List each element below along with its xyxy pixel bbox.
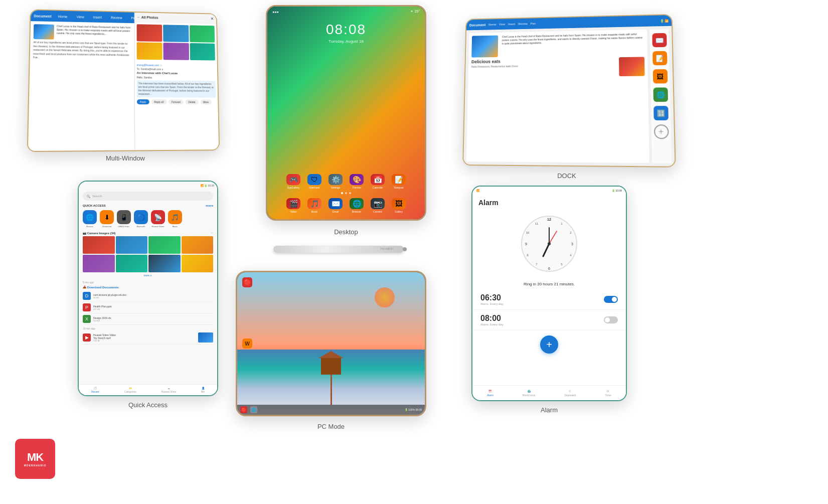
qa-file-huawei-video: ▶ Huawei Video Video Toy Story3.mp4 2.43… xyxy=(83,331,213,345)
qa-tab-me[interactable]: 👤Me xyxy=(201,387,205,393)
desktop-app-calendar[interactable]: 📅 Calendar xyxy=(370,174,385,189)
themes-icon: 🎨 xyxy=(350,174,364,185)
calendar-label: Calendar xyxy=(373,186,383,189)
email-compose: zhong@huawei.com ☆ To: Sandra@mail.com ∨… xyxy=(135,62,219,150)
alarm-bottombar: ⏰ Alarm 🌍 World clock ⏱ Stopwatch ⏲ Time… xyxy=(472,385,626,400)
desktop-app-gallery[interactable]: 🖼 Gallery xyxy=(391,198,406,213)
alarm-add-button[interactable]: + xyxy=(540,335,558,354)
desktop-app-themes[interactable]: 🎨 Themes xyxy=(349,174,364,189)
photo-item xyxy=(190,25,215,42)
reply-button[interactable]: Reply xyxy=(137,99,149,104)
alarm-tab-worldclock[interactable]: 🌍 World clock xyxy=(523,390,536,397)
desktop-signal: ●●● xyxy=(272,10,279,14)
hikiii-icon: 📱 xyxy=(117,210,131,224)
qa-icon-huaweishare[interactable]: 📡 Huawei Share xyxy=(151,210,165,228)
qa-icon-hikiiii[interactable]: 📱 HiKIIII Video xyxy=(117,210,131,228)
desktop-app-browser[interactable]: 🌐 Browser xyxy=(349,198,364,213)
dock-notepad-icon[interactable]: 📝 xyxy=(652,51,667,65)
close-button[interactable]: ✕ xyxy=(211,17,214,21)
pc-sidebar-app[interactable]: W xyxy=(242,339,252,349)
bluetooth-label: Bluetooth xyxy=(137,225,145,228)
music-qa-label: Music xyxy=(173,225,178,228)
qa-file-icon-1: D xyxy=(83,292,91,300)
dot-1 xyxy=(341,192,343,194)
alarm-630-desc: Alarm, Every day xyxy=(480,302,504,305)
download-label: Download xyxy=(102,225,111,228)
tablet-multiwindow: Document Home View Insert Review Pen Che… xyxy=(27,9,220,152)
desktop-apps-row2: 🎬 Video 🎵 Music ✉️ Email 🌐 Browser 📷 Cam… xyxy=(267,198,425,213)
dock-browser-icon[interactable]: 🌐 xyxy=(653,87,668,102)
qa-photos-section: 📷 Camera Images (34) ⋯ more ∨ xyxy=(83,231,213,277)
desktop-weather: ☀ 29° xyxy=(410,10,420,14)
email-body: The interview has been transcribed below… xyxy=(137,80,216,98)
qa-icon-bluetooth[interactable]: 🔵 Bluetooth xyxy=(134,210,148,228)
alarm-tab-stopwatch-label: Stopwatch xyxy=(564,394,576,397)
pc-floating-app[interactable]: 🔴 xyxy=(242,277,252,287)
qa-tab-huaweidrive[interactable]: ☁Huawei Drive xyxy=(161,387,177,393)
bluetooth-icon: 🔵 xyxy=(134,210,148,224)
alarm-630-toggle[interactable] xyxy=(604,296,618,303)
qa-icon-browse[interactable]: 🌐 Browse xyxy=(83,210,97,228)
alarm-800-time: 08:00 xyxy=(480,314,504,323)
qa-icon-music[interactable]: 🎵 Music xyxy=(168,210,182,228)
qa-search-bar[interactable]: 🔍 Search xyxy=(83,192,213,201)
pc-taskbar-browser[interactable]: 🌐 xyxy=(250,406,257,413)
dock-screen: Document Home View Insert Review Pen 🔋 📶… xyxy=(463,15,675,166)
pc-taskbar-huawei[interactable]: 🔴 xyxy=(240,406,247,413)
replyall-button[interactable]: Reply all xyxy=(151,99,167,104)
browse-icon: 🌐 xyxy=(83,210,97,224)
desktop-date: Tuesday, August 18 xyxy=(267,39,425,44)
dock-email-icon[interactable]: ✉️ xyxy=(652,33,667,47)
qa-files-time-2: 10 min ago xyxy=(83,327,213,330)
alarm-tab-alarm-label: Alarm xyxy=(487,394,493,397)
desktop-screen: ●●● ☀ 29° 08:08 Tuesday, August 18 🎮 App… xyxy=(267,7,425,219)
qa-file-name-video: Huawei Video Video xyxy=(93,333,116,337)
video-label: Video xyxy=(290,210,297,213)
alarm-clock-face: 12 3 6 9 1 2 4 5 7 8 10 11 xyxy=(519,214,579,274)
qa-more-button[interactable]: more xyxy=(206,204,213,207)
qa-photos-title: 📷 Camera Images (34) ⋯ xyxy=(83,231,213,235)
qa-photos-more-text[interactable]: more ∨ xyxy=(83,274,213,277)
qa-tab-categories[interactable]: 📁Categories xyxy=(124,387,136,393)
alarm-tab-timer-label: Timer xyxy=(605,394,611,397)
alarm-tab-worldclock-label: World clock xyxy=(523,394,536,397)
download-icon: ⬇ xyxy=(100,210,114,224)
alarm-tab-timer[interactable]: ⏲ Timer xyxy=(605,390,611,397)
desktop-app-camera[interactable]: 📷 Camera xyxy=(370,198,385,213)
dock-food-image-left xyxy=(471,36,498,58)
world-clock-icon: 🌍 xyxy=(528,390,531,393)
dock-calculator-icon[interactable]: 🔢 xyxy=(653,106,669,120)
desktop-app-optimizer[interactable]: 🛡 Optimizer xyxy=(307,174,322,189)
delete-button[interactable]: Delete xyxy=(186,99,199,104)
alarm-tab-stopwatch[interactable]: ⏱ Stopwatch xyxy=(564,390,576,397)
alarm-tab-alarm[interactable]: ⏰ Alarm xyxy=(487,390,493,397)
desktop-app-appgallery[interactable]: 🎮 AppGallery xyxy=(286,174,301,189)
more-button[interactable]: More xyxy=(200,100,212,105)
qa-tab-recent[interactable]: 🕐Recent xyxy=(91,387,99,393)
tablet-quickaccess: 📶 🔋 08:08 🔍 Search QUICK ACCESS more 🌐 B… xyxy=(78,181,218,396)
desktop-app-video[interactable]: 🎬 Video xyxy=(286,198,301,213)
dock-food-image-right xyxy=(619,57,645,76)
document-content: Chef Lucas is the Head chef of Rabo Rest… xyxy=(28,21,134,151)
qa-file-info-2: Health Plan.pptx 421 KB xyxy=(93,305,112,310)
dock-gallery-icon[interactable]: 🖼 xyxy=(652,69,668,84)
settings-label: Settings xyxy=(331,186,340,189)
alarm-signal: 📶 xyxy=(476,189,479,192)
alarm-800-toggle[interactable] xyxy=(604,316,618,323)
appgallery-icon: 🎮 xyxy=(286,174,300,185)
pc-sun xyxy=(375,287,395,307)
dock-label: DOCK xyxy=(461,172,672,180)
qa-photos-more[interactable]: ⋯ xyxy=(211,231,213,234)
desktop-app-email[interactable]: ✉️ Email xyxy=(328,198,343,213)
gallery-label: Gallery xyxy=(395,210,403,213)
qa-file-icon-3: X xyxy=(83,315,91,323)
alarm-screen: 📶 🔋 10:08 Alarm 12 3 6 9 1 2 4 5 7 8 10 … xyxy=(472,187,626,400)
desktop-app-settings[interactable]: ⚙️ Settings xyxy=(328,174,343,189)
dock-add-button[interactable]: + xyxy=(653,124,669,139)
forward-button[interactable]: Forward xyxy=(169,99,184,104)
desktop-app-notepad[interactable]: 📝 Notepad xyxy=(391,174,406,189)
qa-icon-download[interactable]: ⬇ Download xyxy=(100,210,114,228)
svg-text:9: 9 xyxy=(525,242,527,246)
desktop-app-music[interactable]: 🎵 Music xyxy=(307,198,322,213)
qa-bottombar: 🕐Recent 📁Categories ☁Huawei Drive 👤Me xyxy=(79,384,217,395)
